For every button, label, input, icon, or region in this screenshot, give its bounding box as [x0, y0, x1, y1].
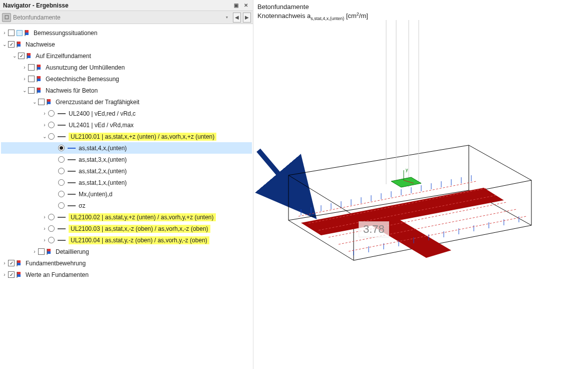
- radio[interactable]: [58, 191, 65, 197]
- radio[interactable]: [48, 110, 55, 117]
- radio[interactable]: [58, 179, 65, 186]
- line-icon: [68, 171, 76, 172]
- tree-item-as-stat-1[interactable]: › as,stat,1,x,(unten): [1, 177, 252, 188]
- expand-arrow-icon: ›: [51, 191, 58, 197]
- tree-label: UL2100.03 | as,stat,x,-z (oben) / as,vor…: [69, 225, 210, 233]
- expand-arrow-icon[interactable]: ›: [21, 65, 28, 70]
- expand-arrow-icon[interactable]: ⌄: [1, 42, 8, 47]
- tree-item-as-stat-4[interactable]: › as,stat,4,x,(unten): [1, 142, 252, 154]
- expand-arrow-icon[interactable]: ›: [41, 122, 48, 128]
- tree-item-ausnutzung[interactable]: › Ausnutzung der Umhüllenden: [1, 62, 252, 73]
- tree-item-ul2100-04[interactable]: › UL2100.04 | as,stat,y,-z (oben) / as,v…: [1, 234, 252, 246]
- flag-icon: [37, 76, 44, 83]
- svg-rect-16: [37, 90, 41, 93]
- tree-item-werte[interactable]: › Werte an Fundamenten: [1, 269, 252, 280]
- tree-item-ul2401[interactable]: › UL2401 | νEd / νRd,max: [1, 119, 252, 131]
- radio[interactable]: [48, 214, 55, 220]
- tree-label: Grenzzustand der Tragfähigkeit: [56, 99, 139, 106]
- flag-icon: [25, 30, 32, 37]
- expand-arrow-icon[interactable]: ⌄: [21, 88, 28, 93]
- tree-item-ul2400[interactable]: › UL2400 | νEd,red / νRd,c: [1, 108, 252, 119]
- radio[interactable]: [58, 202, 65, 209]
- tree-item-as-stat-2[interactable]: › as,stat,2,x,(unten): [1, 165, 252, 177]
- flag-icon: [27, 53, 34, 60]
- navigator-title-bar: Navigator - Ergebnisse ▣ ✕: [0, 0, 253, 11]
- svg-rect-24: [17, 260, 21, 263]
- checkbox[interactable]: [18, 53, 25, 59]
- svg-rect-15: [37, 88, 41, 90]
- tree-item-bemessungssituationen[interactable]: › Bemessungssituationen: [1, 27, 252, 39]
- tree-item-as-stat-3[interactable]: › as,stat,3,x,(unten): [1, 154, 252, 165]
- checkbox[interactable]: [28, 76, 35, 82]
- radio[interactable]: [58, 168, 65, 174]
- expand-arrow-icon[interactable]: ⌄: [41, 134, 48, 139]
- svg-rect-28: [17, 274, 21, 277]
- tree-item-ul2100-01[interactable]: ⌄ UL2100.01 | as,stat,x,+z (unten) / as,…: [1, 131, 252, 142]
- checkbox[interactable]: [28, 64, 35, 71]
- tree-item-grenzzustand[interactable]: ⌄ Grenzzustand der Tragfähigkeit: [1, 96, 252, 108]
- expand-arrow-icon[interactable]: ›: [1, 30, 8, 36]
- tree-item-fundamentbewehrung[interactable]: › Fundamentbewehrung: [1, 257, 252, 269]
- checkbox[interactable]: [38, 99, 45, 105]
- expand-arrow-icon[interactable]: ›: [31, 249, 38, 254]
- flag-icon: [17, 41, 24, 48]
- expand-arrow-icon[interactable]: ›: [1, 260, 8, 266]
- expand-arrow-icon: ›: [51, 145, 58, 151]
- expand-arrow-icon[interactable]: ⌄: [11, 53, 18, 59]
- viewport[interactable]: Betonfundamente Knotennachweis as,stat,4…: [253, 0, 588, 369]
- svg-rect-25: [17, 263, 21, 265]
- tree-label: Werte an Fundamenten: [26, 271, 89, 278]
- radio[interactable]: [48, 133, 55, 140]
- svg-rect-27: [17, 272, 21, 274]
- svg-rect-1: [25, 33, 29, 35]
- radio[interactable]: [58, 145, 65, 151]
- expand-arrow-icon[interactable]: ›: [21, 76, 28, 82]
- line-icon: [58, 228, 66, 229]
- tree-item-detaillierung[interactable]: › Detaillierung: [1, 246, 252, 257]
- checkbox[interactable]: [8, 260, 15, 266]
- checkbox[interactable]: [8, 30, 15, 36]
- radio[interactable]: [48, 237, 55, 243]
- tree-label: UL2400 | νEd,red / νRd,c: [69, 110, 136, 117]
- tree-item-beton[interactable]: ⌄ Nachweis für Beton: [1, 85, 252, 96]
- expand-arrow-icon[interactable]: ›: [41, 237, 48, 243]
- dock-icon[interactable]: ▣: [232, 2, 240, 10]
- navigator-panel: Navigator - Ergebnisse ▣ ✕ ☐ Betonfundam…: [0, 0, 253, 369]
- model-scene[interactable]: y 3.78: [253, 20, 588, 369]
- expand-arrow-icon[interactable]: ›: [41, 214, 48, 220]
- results-tree[interactable]: › Bemessungssituationen ⌄ Nachweise ⌄ Au…: [0, 24, 253, 369]
- tree-item-ul2100-02[interactable]: › UL2100.02 | as,stat,y,+z (unten) / as,…: [1, 211, 252, 223]
- tree-item-mx[interactable]: › Mx,(unten),d: [1, 188, 252, 200]
- expand-arrow-icon[interactable]: ›: [1, 272, 8, 277]
- model-svg: y: [253, 20, 588, 369]
- tree-item-nachweise[interactable]: ⌄ Nachweise: [1, 39, 252, 50]
- checkbox[interactable]: [8, 41, 15, 48]
- line-icon: [58, 136, 66, 137]
- toolbar-next-button[interactable]: ▶: [243, 13, 251, 23]
- tree-item-geotech[interactable]: › Geotechnische Bemessung: [1, 73, 252, 85]
- svg-text:y: y: [406, 167, 408, 172]
- line-icon: [58, 240, 66, 241]
- checkbox[interactable]: [28, 87, 35, 94]
- tree-label: UL2100.01 | as,stat,x,+z (unten) / as,vo…: [69, 133, 216, 141]
- radio[interactable]: [48, 122, 55, 128]
- toolbar-prev-button[interactable]: ◀: [233, 13, 241, 23]
- tree-item-ul2100-03[interactable]: › UL2100.03 | as,stat,x,-z (oben) / as,v…: [1, 223, 252, 234]
- svg-line-30: [258, 150, 314, 215]
- expand-arrow-icon[interactable]: ›: [41, 111, 48, 116]
- close-icon[interactable]: ✕: [242, 2, 250, 10]
- expand-arrow-icon[interactable]: ⌄: [31, 99, 38, 105]
- expand-arrow-icon[interactable]: ›: [41, 226, 48, 231]
- tree-item-auf-einzelfundament[interactable]: ⌄ Auf Einzelfundament: [1, 50, 252, 62]
- checkbox[interactable]: [38, 248, 45, 255]
- toolbar-dropdown-icon[interactable]: ▾: [223, 13, 231, 23]
- svg-rect-10: [37, 67, 41, 70]
- tree-label: σz: [79, 202, 85, 209]
- radio[interactable]: [58, 156, 65, 163]
- tree-item-sigmaz[interactable]: › σz: [1, 200, 252, 211]
- tree-label: Nachweis für Beton: [46, 87, 98, 94]
- svg-marker-81: [391, 177, 421, 187]
- checkbox[interactable]: [8, 271, 15, 278]
- radio[interactable]: [48, 225, 55, 232]
- tree-label: as,stat,2,x,(unten): [79, 168, 127, 175]
